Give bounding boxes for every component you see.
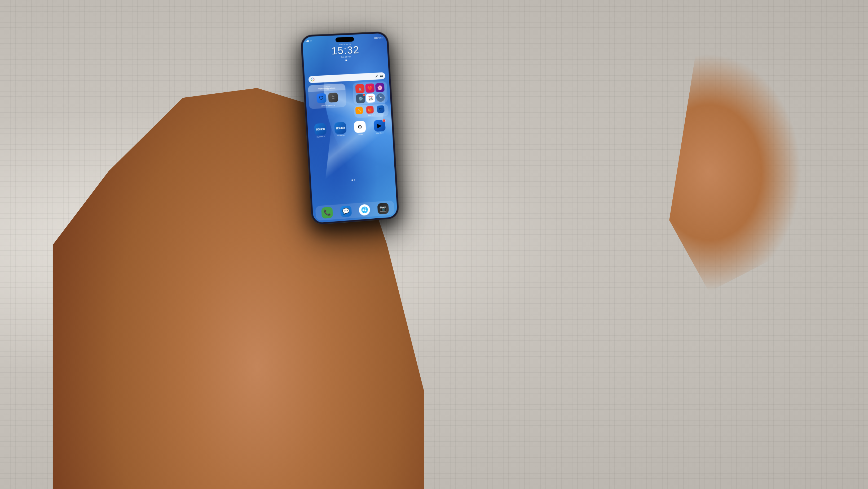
- google-label: Google: [358, 133, 363, 135]
- google-logo: G: [311, 78, 315, 82]
- yoyo-widget[interactable]: Intelligent YOYO Suggestions 🛡 +–×=: [308, 83, 346, 109]
- page-dot-1: [351, 179, 353, 181]
- app-market-label: App Market: [337, 135, 345, 137]
- dock-app-camera[interactable]: 📷: [377, 202, 389, 214]
- essentials-app-1[interactable]: ✏️: [355, 106, 363, 114]
- essentials-folder[interactable]: ✏️ 🎁 🛡 Essentials: [354, 104, 389, 118]
- essentials-app-2[interactable]: 🎁: [366, 106, 374, 114]
- badge-clock: 1: [363, 93, 366, 96]
- app-google[interactable]: ⚙ Google: [354, 121, 366, 135]
- my-honor-label: My HONOR: [317, 136, 326, 138]
- apps-area: Intelligent YOYO Suggestions 🛡 +–×=: [308, 81, 394, 202]
- status-right: 15:32: [374, 37, 383, 39]
- dock-app-phone[interactable]: 📞: [321, 207, 333, 219]
- play-store-label: Play Store: [376, 132, 384, 134]
- voice-search-icon[interactable]: 🎤: [374, 74, 378, 78]
- yoyo-shield-icon[interactable]: 🛡: [316, 93, 327, 103]
- phone-screen: ●● 15:32 Touch to add city 15:32 Tue, 25…: [302, 33, 398, 223]
- app-my-honor[interactable]: HONOR My HONOR: [314, 123, 327, 138]
- app-toolbox[interactable]: ✂️: [355, 84, 365, 93]
- app-market[interactable]: HONOR App Market: [334, 122, 347, 137]
- right-folder: ✂️ ❤️ 🌸 ⚙️ 1: [352, 81, 389, 118]
- battery-icon: [374, 37, 378, 39]
- app-health[interactable]: ❤️: [365, 83, 375, 93]
- play-store-badge: 1: [382, 119, 385, 122]
- calendar-widget[interactable]: Tuesday 28: [366, 93, 375, 103]
- app-play-store[interactable]: ▶ 1 Play Store: [373, 119, 386, 134]
- dynamic-island: [335, 37, 354, 42]
- yoyo-calc-icon[interactable]: +–×=: [328, 93, 338, 103]
- clock-world-widget[interactable]: ⚙️ 1: [356, 94, 366, 104]
- status-time: 15:32: [379, 37, 383, 39]
- analog-clock-widget[interactable]: [376, 93, 385, 103]
- dock-app-chrome[interactable]: 🌐: [359, 204, 370, 216]
- signal-icon: [306, 40, 309, 42]
- page-dot-2: [354, 179, 355, 180]
- middle-apps-row: HONOR My HONOR HONOR App Market ⚙ Google: [310, 119, 390, 138]
- lens-search-icon[interactable]: 📷: [379, 74, 383, 78]
- network-type: ●●: [310, 40, 312, 42]
- page-dots: [314, 177, 393, 183]
- status-left: ●●: [306, 40, 312, 42]
- app-photos[interactable]: 🌸: [375, 83, 385, 92]
- dock-app-messages[interactable]: 💬: [340, 205, 352, 217]
- essentials-app-3[interactable]: 🛡: [377, 105, 384, 113]
